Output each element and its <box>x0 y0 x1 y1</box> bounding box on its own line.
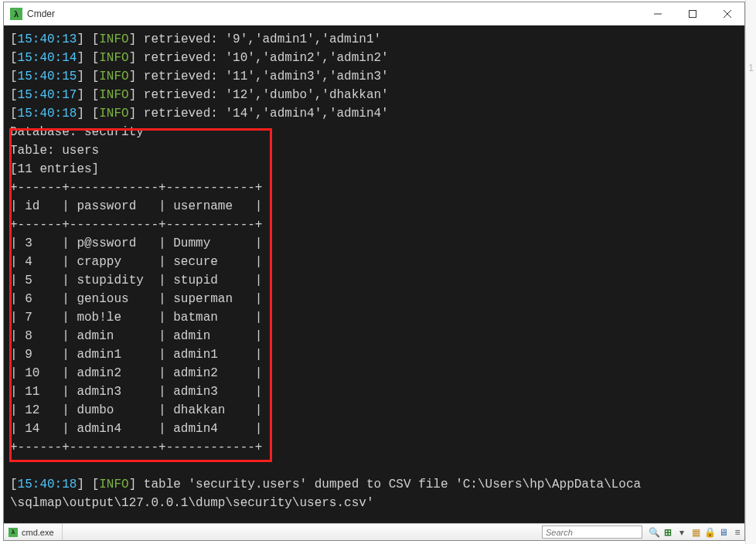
cmder-window: λ Cmder [15:40:13] [INFO] retrieved: '9'… <box>3 2 745 541</box>
console-tab[interactable]: λ cmd.exe <box>4 524 63 540</box>
lambda-icon: λ <box>14 9 19 19</box>
maximize-icon <box>689 10 696 18</box>
titlebar: λ Cmder <box>4 2 744 26</box>
background-sliver: 1 <box>745 0 756 544</box>
minimize-button[interactable] <box>640 2 675 25</box>
maximize-button[interactable] <box>675 2 710 25</box>
show-buttons-icon[interactable]: ▦ <box>690 526 702 539</box>
window-controls <box>640 2 744 25</box>
monitor-icon[interactable]: 🖥 <box>717 526 730 539</box>
terminal-output[interactable]: [15:40:13] [INFO] retrieved: '9','admin1… <box>4 26 744 523</box>
dropdown-icon[interactable]: ▾ <box>676 526 688 539</box>
new-console-icon[interactable]: ⊞ <box>662 526 674 539</box>
lock-icon[interactable]: 🔒 <box>703 526 716 539</box>
search-icon[interactable]: 🔍 <box>648 526 660 539</box>
window-title: Cmder <box>27 8 640 19</box>
app-icon: λ <box>10 8 22 20</box>
tab-label: cmd.exe <box>22 528 54 537</box>
search-input[interactable] <box>542 525 642 539</box>
tab-icon: λ <box>9 528 18 537</box>
close-button[interactable] <box>710 2 744 25</box>
menu-icon[interactable]: ≡ <box>731 526 744 539</box>
close-icon <box>724 10 731 18</box>
svg-rect-1 <box>689 10 696 17</box>
minimize-icon <box>654 10 662 18</box>
statusbar: λ cmd.exe 🔍 ⊞ ▾ ▦ 🔒 🖥 ≡ <box>4 523 744 540</box>
